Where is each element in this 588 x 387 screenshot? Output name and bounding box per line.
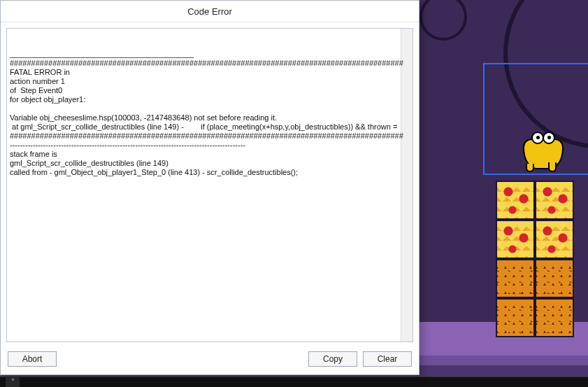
error-text-area[interactable]: ________________________________________… xyxy=(6,28,413,342)
tile-cracked[interactable] xyxy=(496,259,535,298)
decor-circle xyxy=(420,0,467,41)
error-text: ________________________________________… xyxy=(10,50,410,177)
dialog-button-row: Abort Copy Clear xyxy=(1,348,419,374)
dialog-body: ________________________________________… xyxy=(1,22,419,348)
tile-cheese[interactable] xyxy=(496,181,535,220)
tile-cracked[interactable] xyxy=(535,298,574,337)
dialog-titlebar[interactable]: Code Error xyxy=(1,1,419,22)
dialog-title: Code Error xyxy=(187,6,232,17)
tile-grid xyxy=(496,181,574,337)
abort-button[interactable]: Abort xyxy=(8,351,57,367)
tile-cheese[interactable] xyxy=(496,220,535,259)
copy-button[interactable]: Copy xyxy=(308,351,357,367)
tile-cracked[interactable] xyxy=(535,259,574,298)
tile-cheese[interactable] xyxy=(535,220,574,259)
obj-cheeseslime-sprite[interactable] xyxy=(520,130,564,171)
status-bar: ˅ xyxy=(0,377,588,387)
statusbar-expand-icon[interactable]: ˅ xyxy=(6,377,20,387)
tile-cheese[interactable] xyxy=(535,181,574,220)
clear-button[interactable]: Clear xyxy=(363,351,412,367)
code-error-dialog: Code Error _____________________________… xyxy=(0,0,420,375)
tile-cracked[interactable] xyxy=(496,298,535,337)
